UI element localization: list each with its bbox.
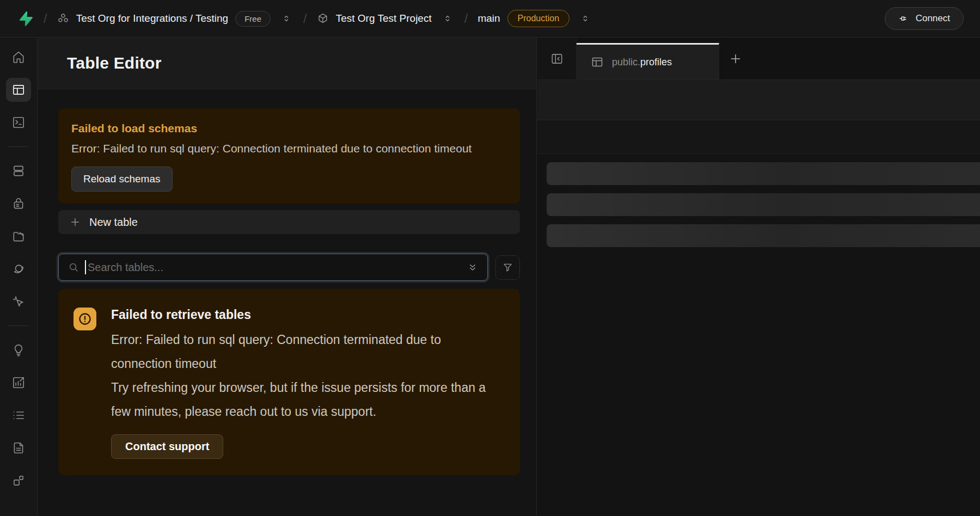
new-tab-button[interactable]	[719, 38, 752, 79]
tables-error-banner: Failed to retrieve tables Error: Failed …	[58, 289, 520, 475]
sidebar-item-edge-functions[interactable]	[6, 257, 31, 281]
orbit-icon	[11, 262, 26, 276]
tables-error-message: Error: Failed to run sql query: Connecti…	[111, 328, 498, 423]
org-switcher-chevrons-icon[interactable]	[279, 14, 293, 23]
breadcrumb-project[interactable]: Test Org Test Project	[317, 13, 432, 24]
auth-lock-icon	[11, 196, 26, 211]
collapse-sidebar-button[interactable]	[537, 38, 577, 79]
breadcrumb-branch[interactable]: main Production	[477, 10, 569, 27]
sidebar-item-table-editor[interactable]	[6, 78, 31, 102]
breadcrumb-separator: /	[302, 11, 308, 26]
reload-schemas-button[interactable]: Reload schemas	[71, 167, 173, 192]
sidebar-item-database[interactable]	[6, 159, 31, 183]
sidebar-item-api-docs[interactable]	[6, 436, 31, 460]
app-header: / Test Org for Integrations / Testing Fr…	[0, 0, 980, 38]
skeleton-row	[547, 162, 980, 185]
sidebar-item-storage[interactable]	[6, 224, 31, 248]
tab-schema-label: public.	[612, 57, 640, 67]
sidebar-item-authentication[interactable]	[6, 192, 31, 216]
database-icon	[11, 164, 26, 178]
supabase-logo-icon[interactable]	[16, 10, 34, 27]
folder-icon	[11, 229, 26, 243]
grid-header-loading	[537, 120, 980, 154]
nav-rail	[0, 38, 38, 516]
plug-icon	[898, 13, 909, 24]
sidebar-item-reports[interactable]	[6, 371, 31, 395]
new-table-button[interactable]: New table	[58, 210, 520, 234]
loading-skeleton-rows	[537, 154, 980, 247]
cube-icon	[317, 13, 329, 24]
lightbulb-icon	[11, 343, 26, 357]
plus-icon	[69, 216, 81, 228]
home-icon	[11, 50, 26, 64]
panel-header: Table Editor	[38, 38, 536, 89]
terminal-icon	[11, 115, 26, 130]
search-placeholder: Search tables...	[88, 261, 163, 274]
branch-switcher-chevrons-icon[interactable]	[578, 14, 592, 23]
table-editor-panel: Table Editor Failed to load schemas Erro…	[38, 38, 537, 516]
schema-error-title: Failed to load schemas	[71, 122, 507, 135]
tables-error-title: Failed to retrieve tables	[111, 308, 498, 322]
connect-button[interactable]: Connect	[885, 7, 964, 30]
table-icon	[591, 56, 604, 69]
sidebar-item-logs[interactable]	[6, 403, 31, 427]
schema-error-banner: Failed to load schemas Error: Failed to …	[58, 108, 520, 204]
project-name: Test Org Test Project	[336, 13, 432, 24]
breadcrumb-separator: /	[42, 11, 48, 26]
nav-divider	[8, 325, 29, 326]
schema-error-message: Error: Failed to run sql query: Connecti…	[71, 142, 507, 155]
sidebar-item-advisors[interactable]	[6, 338, 31, 362]
skeleton-row	[547, 193, 980, 216]
breadcrumb-separator: /	[463, 11, 469, 26]
cursor-spark-icon	[11, 294, 26, 309]
project-switcher-chevrons-icon[interactable]	[440, 14, 455, 23]
skeleton-row	[547, 224, 980, 247]
filter-funnel-icon	[502, 262, 513, 273]
sidebar-item-realtime[interactable]	[6, 290, 31, 314]
branch-name: main	[477, 13, 500, 24]
sidebar-item-sql-editor[interactable]	[6, 110, 31, 134]
org-boxes-icon	[57, 13, 69, 24]
breadcrumb-org[interactable]: Test Org for Integrations / Testing Free	[57, 11, 271, 27]
nav-divider	[8, 146, 29, 147]
connect-label: Connect	[916, 13, 950, 24]
sidebar-item-integrations[interactable]	[6, 469, 31, 493]
list-icon	[11, 408, 26, 422]
page-title: Table Editor	[67, 54, 162, 72]
table-icon	[11, 83, 26, 97]
tab-bar: public.profiles	[537, 38, 980, 80]
chevrons-down-icon[interactable]	[467, 261, 479, 273]
file-text-icon	[11, 441, 26, 455]
tab-public-profiles[interactable]: public.profiles	[577, 43, 719, 79]
plus-icon	[728, 52, 743, 66]
filter-tables-button[interactable]	[495, 255, 520, 280]
new-table-label: New table	[89, 216, 138, 229]
chart-icon	[11, 376, 26, 390]
sidebar-item-home[interactable]	[6, 45, 31, 69]
grid-editor-panel: public.profiles	[537, 38, 980, 516]
alert-icon	[74, 308, 96, 330]
panel-collapse-icon	[550, 52, 564, 66]
grid-toolbar-loading	[537, 80, 980, 120]
blocks-icon	[11, 474, 26, 488]
search-icon	[68, 261, 79, 273]
environment-badge: Production	[507, 10, 570, 27]
contact-support-button[interactable]: Contact support	[111, 434, 223, 459]
text-caret	[85, 260, 86, 274]
org-name: Test Org for Integrations / Testing	[76, 13, 229, 24]
plan-badge: Free	[235, 11, 271, 27]
search-tables-input[interactable]: Search tables...	[58, 254, 488, 281]
tab-table-label: profiles	[640, 57, 672, 67]
